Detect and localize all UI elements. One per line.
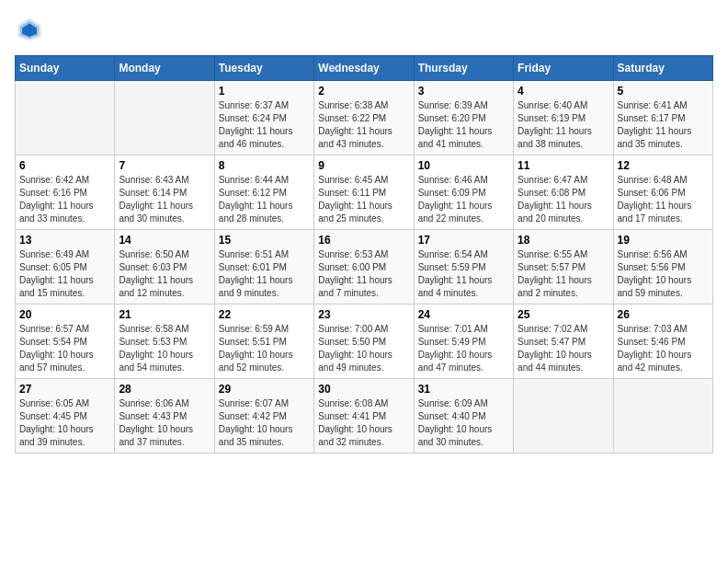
day-number: 24	[418, 308, 509, 321]
day-number: 9	[318, 159, 409, 172]
day-number: 4	[518, 85, 609, 98]
day-info: Sunrise: 6:08 AMSunset: 4:41 PMDaylight:…	[318, 397, 409, 449]
day-number: 28	[119, 383, 210, 396]
day-number: 15	[219, 234, 310, 247]
day-info: Sunrise: 6:48 AMSunset: 6:06 PMDaylight:…	[618, 174, 709, 225]
calendar-cell: 4Sunrise: 6:40 AMSunset: 6:19 PMDaylight…	[514, 81, 613, 155]
calendar-cell: 28Sunrise: 6:06 AMSunset: 4:43 PMDayligh…	[115, 379, 214, 454]
page-header	[15, 15, 713, 44]
day-number: 23	[318, 308, 409, 321]
calendar-cell: 13Sunrise: 6:49 AMSunset: 6:05 PMDayligh…	[16, 230, 115, 304]
day-info: Sunrise: 6:49 AMSunset: 6:05 PMDaylight:…	[19, 248, 110, 300]
day-number: 17	[418, 234, 509, 247]
calendar-cell: 18Sunrise: 6:55 AMSunset: 5:57 PMDayligh…	[514, 230, 613, 304]
day-number: 3	[418, 85, 509, 98]
calendar-table: SundayMondayTuesdayWednesdayThursdayFrid…	[15, 55, 713, 454]
day-info: Sunrise: 6:50 AMSunset: 6:03 PMDaylight:…	[119, 248, 210, 300]
logo-icon	[15, 15, 44, 44]
day-number: 6	[19, 159, 110, 172]
calendar-cell: 10Sunrise: 6:46 AMSunset: 6:09 PMDayligh…	[414, 155, 513, 230]
day-info: Sunrise: 6:47 AMSunset: 6:08 PMDaylight:…	[518, 174, 609, 225]
calendar-cell: 20Sunrise: 6:57 AMSunset: 5:54 PMDayligh…	[16, 304, 115, 379]
day-info: Sunrise: 6:07 AMSunset: 4:42 PMDaylight:…	[219, 397, 310, 449]
day-header-thursday: Thursday	[414, 56, 513, 81]
day-info: Sunrise: 6:05 AMSunset: 4:45 PMDaylight:…	[19, 397, 110, 449]
calendar-header-row: SundayMondayTuesdayWednesdayThursdayFrid…	[16, 56, 713, 81]
calendar-cell	[514, 379, 613, 454]
day-number: 1	[219, 85, 310, 98]
day-header-tuesday: Tuesday	[214, 56, 313, 81]
day-info: Sunrise: 6:38 AMSunset: 6:22 PMDaylight:…	[318, 99, 409, 151]
calendar-cell: 14Sunrise: 6:50 AMSunset: 6:03 PMDayligh…	[115, 230, 214, 304]
calendar-cell: 16Sunrise: 6:53 AMSunset: 6:00 PMDayligh…	[314, 230, 414, 304]
day-number: 13	[19, 234, 110, 247]
day-info: Sunrise: 6:09 AMSunset: 4:40 PMDaylight:…	[418, 397, 509, 449]
calendar-cell: 8Sunrise: 6:44 AMSunset: 6:12 PMDaylight…	[214, 155, 313, 230]
calendar-cell: 24Sunrise: 7:01 AMSunset: 5:49 PMDayligh…	[414, 304, 513, 379]
day-number: 7	[119, 159, 210, 172]
day-info: Sunrise: 6:51 AMSunset: 6:01 PMDaylight:…	[219, 248, 310, 300]
day-info: Sunrise: 6:59 AMSunset: 5:51 PMDaylight:…	[219, 323, 310, 374]
day-number: 14	[119, 234, 210, 247]
day-number: 27	[19, 383, 110, 396]
calendar-cell: 31Sunrise: 6:09 AMSunset: 4:40 PMDayligh…	[414, 379, 513, 454]
day-number: 16	[318, 234, 409, 247]
day-number: 18	[518, 234, 609, 247]
day-number: 10	[418, 159, 509, 172]
calendar-cell: 17Sunrise: 6:54 AMSunset: 5:59 PMDayligh…	[414, 230, 513, 304]
logo	[15, 15, 48, 44]
calendar-week-row: 27Sunrise: 6:05 AMSunset: 4:45 PMDayligh…	[16, 379, 713, 454]
calendar-cell: 5Sunrise: 6:41 AMSunset: 6:17 PMDaylight…	[613, 81, 712, 155]
day-number: 11	[518, 159, 609, 172]
day-number: 19	[618, 234, 709, 247]
day-info: Sunrise: 6:54 AMSunset: 5:59 PMDaylight:…	[418, 248, 509, 300]
day-info: Sunrise: 6:42 AMSunset: 6:16 PMDaylight:…	[19, 174, 110, 225]
day-info: Sunrise: 6:37 AMSunset: 6:24 PMDaylight:…	[219, 99, 310, 151]
calendar-cell: 25Sunrise: 7:02 AMSunset: 5:47 PMDayligh…	[514, 304, 613, 379]
calendar-cell	[115, 81, 214, 155]
calendar-week-row: 13Sunrise: 6:49 AMSunset: 6:05 PMDayligh…	[16, 230, 713, 304]
day-header-saturday: Saturday	[613, 56, 712, 81]
day-info: Sunrise: 6:46 AMSunset: 6:09 PMDaylight:…	[418, 174, 509, 225]
calendar-cell: 9Sunrise: 6:45 AMSunset: 6:11 PMDaylight…	[314, 155, 414, 230]
calendar-cell: 26Sunrise: 7:03 AMSunset: 5:46 PMDayligh…	[613, 304, 712, 379]
day-info: Sunrise: 6:53 AMSunset: 6:00 PMDaylight:…	[318, 248, 409, 300]
day-header-monday: Monday	[115, 56, 214, 81]
day-info: Sunrise: 6:43 AMSunset: 6:14 PMDaylight:…	[119, 174, 210, 225]
day-info: Sunrise: 6:06 AMSunset: 4:43 PMDaylight:…	[119, 397, 210, 449]
day-info: Sunrise: 6:56 AMSunset: 5:56 PMDaylight:…	[618, 248, 709, 300]
calendar-cell	[16, 81, 115, 155]
calendar-cell: 21Sunrise: 6:58 AMSunset: 5:53 PMDayligh…	[115, 304, 214, 379]
day-number: 25	[518, 308, 609, 321]
calendar-cell: 7Sunrise: 6:43 AMSunset: 6:14 PMDaylight…	[115, 155, 214, 230]
calendar-cell: 3Sunrise: 6:39 AMSunset: 6:20 PMDaylight…	[414, 81, 513, 155]
day-number: 30	[318, 383, 409, 396]
day-info: Sunrise: 6:41 AMSunset: 6:17 PMDaylight:…	[618, 99, 709, 151]
day-info: Sunrise: 7:03 AMSunset: 5:46 PMDaylight:…	[618, 323, 709, 374]
day-info: Sunrise: 7:01 AMSunset: 5:49 PMDaylight:…	[418, 323, 509, 374]
day-number: 26	[618, 308, 709, 321]
day-number: 12	[618, 159, 709, 172]
calendar-cell: 15Sunrise: 6:51 AMSunset: 6:01 PMDayligh…	[214, 230, 313, 304]
day-info: Sunrise: 7:02 AMSunset: 5:47 PMDaylight:…	[518, 323, 609, 374]
calendar-cell: 22Sunrise: 6:59 AMSunset: 5:51 PMDayligh…	[214, 304, 313, 379]
day-info: Sunrise: 6:44 AMSunset: 6:12 PMDaylight:…	[219, 174, 310, 225]
calendar-week-row: 1Sunrise: 6:37 AMSunset: 6:24 PMDaylight…	[16, 81, 713, 155]
day-header-sunday: Sunday	[16, 56, 115, 81]
day-header-wednesday: Wednesday	[314, 56, 414, 81]
calendar-cell: 11Sunrise: 6:47 AMSunset: 6:08 PMDayligh…	[514, 155, 613, 230]
calendar-cell: 1Sunrise: 6:37 AMSunset: 6:24 PMDaylight…	[214, 81, 313, 155]
day-number: 29	[219, 383, 310, 396]
day-info: Sunrise: 6:55 AMSunset: 5:57 PMDaylight:…	[518, 248, 609, 300]
calendar-week-row: 20Sunrise: 6:57 AMSunset: 5:54 PMDayligh…	[16, 304, 713, 379]
calendar-cell: 6Sunrise: 6:42 AMSunset: 6:16 PMDaylight…	[16, 155, 115, 230]
day-info: Sunrise: 7:00 AMSunset: 5:50 PMDaylight:…	[318, 323, 409, 374]
day-info: Sunrise: 6:58 AMSunset: 5:53 PMDaylight:…	[119, 323, 210, 374]
day-number: 21	[119, 308, 210, 321]
calendar-cell: 23Sunrise: 7:00 AMSunset: 5:50 PMDayligh…	[314, 304, 414, 379]
day-info: Sunrise: 6:57 AMSunset: 5:54 PMDaylight:…	[19, 323, 110, 374]
calendar-cell: 12Sunrise: 6:48 AMSunset: 6:06 PMDayligh…	[613, 155, 712, 230]
day-number: 8	[219, 159, 310, 172]
day-info: Sunrise: 6:40 AMSunset: 6:19 PMDaylight:…	[518, 99, 609, 151]
day-number: 5	[618, 85, 709, 98]
